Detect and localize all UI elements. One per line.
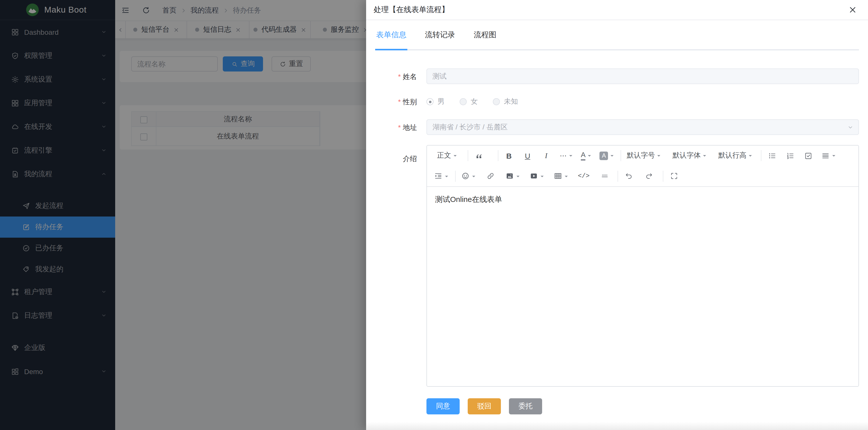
radio-unchecked-icon [493,98,500,105]
radio-female[interactable]: 女 [460,97,478,106]
app-window: Maku Boot Dashboard 权限管理 系统设置 应用管理 [0,0,868,430]
caret-down-icon [445,175,448,178]
chevron-down-icon [847,124,854,131]
caret-down-icon [588,155,591,158]
editor-content[interactable]: 测试Online在线表单 [427,187,859,386]
bulleted-list-icon[interactable] [767,151,777,160]
reject-button[interactable]: 驳回 [468,398,501,414]
toolbar-divider [468,150,468,161]
insert-link-icon[interactable] [485,172,495,180]
caret-down-icon [611,155,614,158]
drawer-tabs: 表单信息 流转记录 流程图 [376,20,859,50]
radio-unchecked-icon [460,98,467,105]
radio-checked-icon [427,98,434,105]
caret-down-icon [833,155,836,158]
address-value: 湖南省 / 长沙市 / 岳麓区 [433,123,508,132]
gender-label: 性别 [376,94,427,109]
toolbar-divider [663,170,663,181]
bold-button[interactable]: B [504,151,514,160]
toolbar-divider [498,150,498,161]
toolbar-divider [621,150,621,161]
insert-image-dropdown[interactable] [505,172,520,180]
form-row-name: 姓名 测试 [376,68,859,84]
underline-button[interactable]: U [523,151,533,160]
editor-toolbar-row-1: 正文 B U I ⋯ A A 默认字号 默认字体 默认行高 [427,145,859,166]
drawer-bottom-scrollbar-track[interactable] [366,422,868,430]
blockquote-icon[interactable] [474,151,484,160]
redo-icon[interactable] [644,172,654,180]
caret-down-icon [703,155,706,158]
caret-down-icon [657,155,660,158]
tab-form-info[interactable]: 表单信息 [376,20,406,49]
gender-radio-group: 男 女 未知 [427,97,859,106]
form-row-gender: 性别 男 女 未知 [376,94,859,109]
radio-label: 男 [437,97,444,106]
rich-text-editor: 正文 B U I ⋯ A A 默认字号 默认字体 默认行高 [427,145,859,387]
text-align-dropdown[interactable] [822,151,836,160]
fullscreen-icon[interactable] [669,172,679,180]
code-block-button[interactable]: </> [578,172,590,180]
task-list-icon[interactable] [803,151,813,160]
close-icon[interactable] [848,5,857,14]
drawer-actions: 同意 驳回 委托 [427,398,859,414]
toolbar-divider [618,170,618,181]
insert-video-dropdown[interactable] [530,172,544,180]
form-row-address: 地址 湖南省 / 长沙市 / 岳麓区 [376,119,859,135]
address-select[interactable]: 湖南省 / 长沙市 / 岳麓区 [427,119,859,135]
caret-down-icon [569,155,572,158]
paragraph-style-dropdown[interactable]: 正文 [437,151,457,160]
tab-flow-diagram[interactable]: 流程图 [474,20,496,49]
name-field[interactable]: 测试 [427,68,859,84]
radio-label: 未知 [504,97,518,106]
font-color-dropdown[interactable]: A [581,151,591,161]
address-label: 地址 [376,120,427,135]
caret-down-icon [472,175,475,178]
undo-icon[interactable] [624,172,634,180]
insert-divider-icon[interactable] [600,172,610,180]
font-family-dropdown[interactable]: 默认字体 [673,151,706,160]
form-row-intro: 介绍 正文 B U I ⋯ A A 默认字号 [376,145,859,387]
indent-dropdown[interactable] [434,172,448,180]
italic-button[interactable]: I [541,151,551,160]
caret-down-icon [749,155,752,158]
drawer-header: 处理【在线表单流程】 [366,0,868,20]
font-size-dropdown[interactable]: 默认字号 [627,151,660,160]
numbered-list-icon[interactable] [785,151,795,160]
radio-male[interactable]: 男 [427,97,444,106]
drawer-body: 姓名 测试 性别 男 女 [366,50,868,414]
drawer-title: 处理【在线表单流程】 [374,5,449,15]
process-drawer: 处理【在线表单流程】 表单信息 流转记录 流程图 姓名 测试 性别 [366,0,868,430]
more-styles-dropdown[interactable]: ⋯ [560,151,572,160]
emoji-dropdown[interactable] [461,172,475,180]
delegate-button[interactable]: 委托 [509,398,542,414]
line-height-dropdown[interactable]: 默认行高 [718,151,752,160]
caret-down-icon [540,175,544,178]
radio-unknown[interactable]: 未知 [493,97,518,106]
background-color-dropdown[interactable]: A [600,151,614,160]
toolbar-divider [455,170,456,181]
tab-flow-records[interactable]: 流转记录 [425,20,455,49]
name-label: 姓名 [376,69,427,84]
intro-label: 介绍 [376,151,427,387]
toolbar-divider [761,150,762,161]
caret-down-icon [454,155,457,158]
insert-table-dropdown[interactable] [554,172,568,180]
editor-toolbar-row-2: </> [427,166,859,187]
radio-label: 女 [471,97,478,106]
agree-button[interactable]: 同意 [427,398,460,414]
caret-down-icon [565,175,568,178]
caret-down-icon [517,175,520,178]
